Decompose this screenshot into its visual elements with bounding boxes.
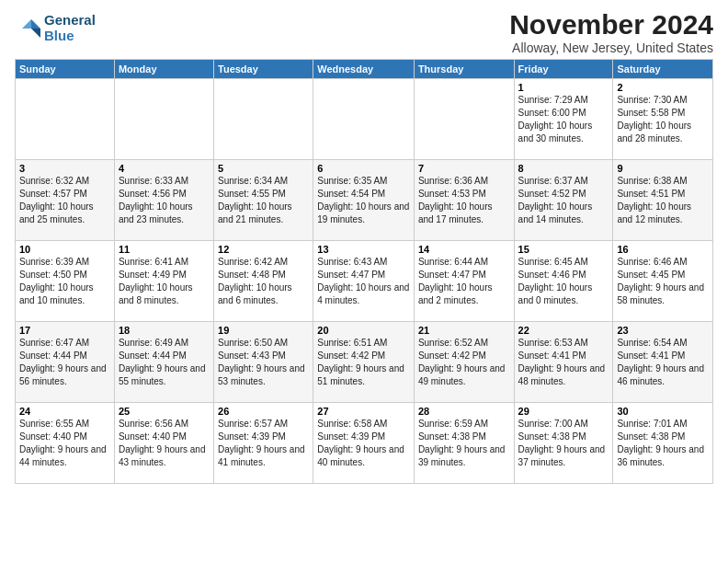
day-info: Sunrise: 6:55 AMSunset: 4:40 PMDaylight:… xyxy=(19,418,110,469)
day-number: 30 xyxy=(617,406,709,417)
calendar-cell: 7Sunrise: 6:36 AMSunset: 4:53 PMDaylight… xyxy=(414,160,514,241)
day-number: 4 xyxy=(119,163,210,174)
day-number: 26 xyxy=(218,406,309,417)
calendar-cell: 8Sunrise: 6:37 AMSunset: 4:52 PMDaylight… xyxy=(514,160,613,241)
location-title: Alloway, New Jersey, United States xyxy=(509,40,713,55)
day-info: Sunrise: 6:36 AMSunset: 4:53 PMDaylight:… xyxy=(418,175,510,226)
day-number: 8 xyxy=(518,163,609,174)
day-number: 15 xyxy=(518,244,609,255)
day-info: Sunrise: 6:44 AMSunset: 4:47 PMDaylight:… xyxy=(418,256,510,307)
calendar-cell: 18Sunrise: 6:49 AMSunset: 4:44 PMDayligh… xyxy=(114,322,213,403)
calendar-header-row: Sunday Monday Tuesday Wednesday Thursday… xyxy=(16,60,713,79)
day-info: Sunrise: 6:57 AMSunset: 4:39 PMDaylight:… xyxy=(218,418,309,469)
calendar-cell: 14Sunrise: 6:44 AMSunset: 4:47 PMDayligh… xyxy=(414,241,514,322)
calendar-cell: 10Sunrise: 6:39 AMSunset: 4:50 PMDayligh… xyxy=(16,241,115,322)
day-info: Sunrise: 6:41 AMSunset: 4:49 PMDaylight:… xyxy=(119,256,210,307)
calendar-cell: 6Sunrise: 6:35 AMSunset: 4:54 PMDaylight… xyxy=(313,160,415,241)
day-number: 20 xyxy=(317,325,410,336)
day-number: 2 xyxy=(617,82,709,93)
day-info: Sunrise: 6:59 AMSunset: 4:38 PMDaylight:… xyxy=(418,418,510,469)
calendar-cell: 15Sunrise: 6:45 AMSunset: 4:46 PMDayligh… xyxy=(514,241,613,322)
logo: General Blue xyxy=(15,13,96,43)
day-info: Sunrise: 6:58 AMSunset: 4:39 PMDaylight:… xyxy=(317,418,410,469)
calendar-cell: 30Sunrise: 7:01 AMSunset: 4:38 PMDayligh… xyxy=(613,403,713,484)
calendar-cell: 28Sunrise: 6:59 AMSunset: 4:38 PMDayligh… xyxy=(414,403,514,484)
day-info: Sunrise: 6:34 AMSunset: 4:55 PMDaylight:… xyxy=(218,175,309,226)
calendar-cell: 16Sunrise: 6:46 AMSunset: 4:45 PMDayligh… xyxy=(613,241,713,322)
day-info: Sunrise: 6:39 AMSunset: 4:50 PMDaylight:… xyxy=(19,256,110,307)
day-number: 7 xyxy=(418,163,510,174)
day-info: Sunrise: 6:42 AMSunset: 4:48 PMDaylight:… xyxy=(218,256,309,307)
day-number: 9 xyxy=(617,163,709,174)
calendar-cell: 20Sunrise: 6:51 AMSunset: 4:42 PMDayligh… xyxy=(313,322,415,403)
day-number: 21 xyxy=(418,325,510,336)
day-info: Sunrise: 6:47 AMSunset: 4:44 PMDaylight:… xyxy=(19,337,110,388)
day-number: 14 xyxy=(418,244,510,255)
day-info: Sunrise: 6:37 AMSunset: 4:52 PMDaylight:… xyxy=(518,175,609,226)
calendar-table: Sunday Monday Tuesday Wednesday Thursday… xyxy=(15,59,713,484)
calendar-cell xyxy=(114,79,213,160)
calendar-cell: 21Sunrise: 6:52 AMSunset: 4:42 PMDayligh… xyxy=(414,322,514,403)
day-number: 28 xyxy=(418,406,510,417)
day-info: Sunrise: 7:29 AMSunset: 6:00 PMDaylight:… xyxy=(518,94,609,145)
col-saturday: Saturday xyxy=(613,60,713,79)
calendar-week-row: 24Sunrise: 6:55 AMSunset: 4:40 PMDayligh… xyxy=(16,403,713,484)
calendar-cell: 11Sunrise: 6:41 AMSunset: 4:49 PMDayligh… xyxy=(114,241,213,322)
day-info: Sunrise: 6:35 AMSunset: 4:54 PMDaylight:… xyxy=(317,175,410,226)
day-info: Sunrise: 6:32 AMSunset: 4:57 PMDaylight:… xyxy=(19,175,110,226)
header: General Blue November 2024 Alloway, New … xyxy=(15,9,713,55)
calendar-week-row: 17Sunrise: 6:47 AMSunset: 4:44 PMDayligh… xyxy=(16,322,713,403)
calendar-week-row: 10Sunrise: 6:39 AMSunset: 4:50 PMDayligh… xyxy=(16,241,713,322)
day-number: 5 xyxy=(218,163,309,174)
calendar-cell: 29Sunrise: 7:00 AMSunset: 4:38 PMDayligh… xyxy=(514,403,613,484)
day-info: Sunrise: 6:45 AMSunset: 4:46 PMDaylight:… xyxy=(518,256,609,307)
calendar-cell: 23Sunrise: 6:54 AMSunset: 4:41 PMDayligh… xyxy=(613,322,713,403)
calendar-cell xyxy=(313,79,415,160)
day-info: Sunrise: 7:00 AMSunset: 4:38 PMDaylight:… xyxy=(518,418,609,469)
title-block: November 2024 Alloway, New Jersey, Unite… xyxy=(509,9,713,55)
day-info: Sunrise: 6:52 AMSunset: 4:42 PMDaylight:… xyxy=(418,337,510,388)
calendar-body: 1Sunrise: 7:29 AMSunset: 6:00 PMDaylight… xyxy=(16,79,713,484)
day-info: Sunrise: 7:30 AMSunset: 5:58 PMDaylight:… xyxy=(617,94,709,145)
day-number: 16 xyxy=(617,244,709,255)
day-number: 12 xyxy=(218,244,309,255)
day-number: 29 xyxy=(518,406,609,417)
day-number: 1 xyxy=(518,82,609,93)
day-number: 23 xyxy=(617,325,709,336)
calendar-week-row: 3Sunrise: 6:32 AMSunset: 4:57 PMDaylight… xyxy=(16,160,713,241)
day-number: 22 xyxy=(518,325,609,336)
day-number: 24 xyxy=(19,406,110,417)
calendar-week-row: 1Sunrise: 7:29 AMSunset: 6:00 PMDaylight… xyxy=(16,79,713,160)
day-info: Sunrise: 6:43 AMSunset: 4:47 PMDaylight:… xyxy=(317,256,410,307)
col-monday: Monday xyxy=(114,60,213,79)
day-number: 10 xyxy=(19,244,110,255)
logo-icon xyxy=(15,16,40,41)
calendar-cell: 4Sunrise: 6:33 AMSunset: 4:56 PMDaylight… xyxy=(114,160,213,241)
page: General Blue November 2024 Alloway, New … xyxy=(0,0,728,493)
col-wednesday: Wednesday xyxy=(313,60,415,79)
day-number: 11 xyxy=(119,244,210,255)
logo-text: General Blue xyxy=(44,13,96,43)
svg-marker-1 xyxy=(31,19,40,29)
day-number: 19 xyxy=(218,325,309,336)
calendar-cell: 17Sunrise: 6:47 AMSunset: 4:44 PMDayligh… xyxy=(16,322,115,403)
calendar-cell: 2Sunrise: 7:30 AMSunset: 5:58 PMDaylight… xyxy=(613,79,713,160)
day-info: Sunrise: 6:53 AMSunset: 4:41 PMDaylight:… xyxy=(518,337,609,388)
day-info: Sunrise: 6:33 AMSunset: 4:56 PMDaylight:… xyxy=(119,175,210,226)
col-sunday: Sunday xyxy=(16,60,115,79)
day-info: Sunrise: 6:51 AMSunset: 4:42 PMDaylight:… xyxy=(317,337,410,388)
col-tuesday: Tuesday xyxy=(214,60,313,79)
day-number: 3 xyxy=(19,163,110,174)
day-number: 17 xyxy=(19,325,110,336)
day-number: 25 xyxy=(119,406,210,417)
day-info: Sunrise: 6:56 AMSunset: 4:40 PMDaylight:… xyxy=(119,418,210,469)
calendar-cell: 26Sunrise: 6:57 AMSunset: 4:39 PMDayligh… xyxy=(214,403,313,484)
day-info: Sunrise: 7:01 AMSunset: 4:38 PMDaylight:… xyxy=(617,418,709,469)
svg-marker-3 xyxy=(22,19,31,29)
calendar-cell: 22Sunrise: 6:53 AMSunset: 4:41 PMDayligh… xyxy=(514,322,613,403)
calendar-cell: 9Sunrise: 6:38 AMSunset: 4:51 PMDaylight… xyxy=(613,160,713,241)
calendar-cell xyxy=(16,79,115,160)
calendar-cell: 27Sunrise: 6:58 AMSunset: 4:39 PMDayligh… xyxy=(313,403,415,484)
day-info: Sunrise: 6:50 AMSunset: 4:43 PMDaylight:… xyxy=(218,337,309,388)
calendar-cell: 19Sunrise: 6:50 AMSunset: 4:43 PMDayligh… xyxy=(214,322,313,403)
